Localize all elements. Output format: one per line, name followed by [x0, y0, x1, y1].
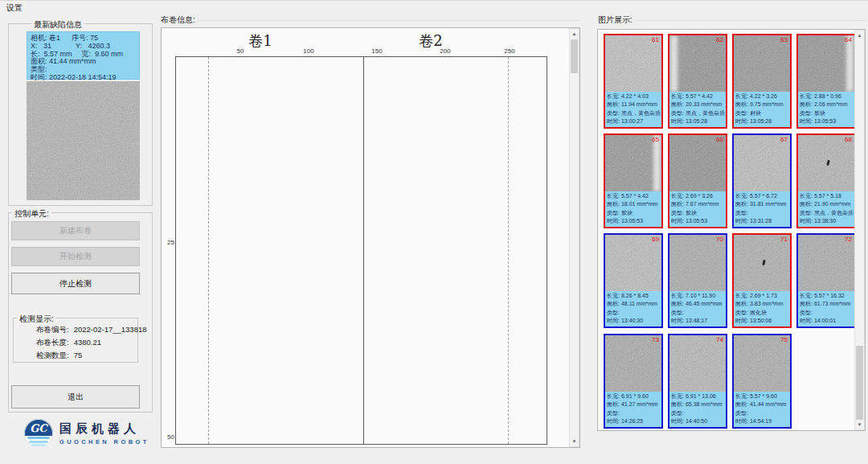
defect-card[interactable]: 73 长宽: 6.91 * 9.60 面积: 41.27 mm*mm 类型: 时…	[604, 334, 663, 429]
area-label: 面积:	[671, 301, 684, 306]
defect-info: 长宽: 7.10 * 11.90 面积: 46.45 mm*mm 类型: 时间:…	[669, 291, 726, 326]
type-label: 类型:	[607, 110, 620, 116]
x-tick-150: 150	[371, 47, 382, 55]
x-tick-50: 50	[237, 47, 244, 55]
type-label: 类型:	[607, 210, 620, 216]
type-label: 类型:	[735, 110, 748, 116]
defect-card[interactable]: 68 长宽: 5.57 * 5.18 面积: 21.90 mm*mm 类型: 黑…	[796, 133, 856, 228]
size-value: 2.88 * 0.96	[814, 93, 841, 99]
defect-info: 长宽: 2.69 * 3.26 面积: 7.67 mm*mm 类型: 胶块 时间…	[669, 191, 726, 227]
defect-card[interactable]: 65 长宽: 5.57 * 4.42 面积: 18.01 mm*mm 类型: 胶…	[604, 133, 663, 228]
time-value: 2022-02-18 14:54:19	[49, 73, 117, 81]
defect-number: 64	[845, 36, 852, 43]
stop-detect-button[interactable]: 停止检测	[11, 273, 140, 294]
latest-defect-title: 最新缺陷信息	[31, 19, 84, 31]
detect-count-label: 检测数量:	[36, 351, 69, 361]
type-label: 类型:	[671, 310, 684, 315]
x-tick-200: 200	[440, 47, 450, 55]
type-label: 类型:	[671, 110, 684, 116]
size-value: 2.69 * 3.26	[686, 193, 713, 199]
defect-thumbnail: 71	[734, 235, 790, 291]
width-value: 9.60 mm	[95, 50, 123, 58]
defect-info: 长宽: 5.57 * 5.18 面积: 21.90 mm*mm 类型: 黑点，黄…	[798, 191, 854, 227]
area-value: 7.67 mm*mm	[686, 201, 719, 207]
defect-number: 73	[652, 336, 659, 343]
defect-card[interactable]: 70 长宽: 7.10 * 11.90 面积: 46.45 mm*mm 类型: …	[668, 233, 727, 328]
size-label: 长宽:	[607, 93, 620, 99]
scroll-up-icon[interactable]: ▲	[570, 29, 579, 39]
size-label: 长宽:	[800, 293, 813, 298]
scrollbar-thumb[interactable]	[856, 346, 863, 420]
scroll-up-icon[interactable]: ▲	[855, 31, 864, 40]
area-value: 41.44 mm*mm	[49, 57, 96, 65]
seq-label: 序号:	[72, 34, 88, 42]
area-label: 面积:	[607, 401, 620, 407]
time-value: 13:05:53	[814, 118, 836, 124]
type-value: 黑点，黄色杂质	[686, 110, 725, 116]
scroll-down-icon[interactable]: ▼	[570, 437, 579, 446]
defect-card[interactable]: 71 长宽: 2.69 * 1.73 面积: 3.83 mm*mm 类型: 固化…	[732, 233, 792, 328]
size-value: 6.91 * 9.60	[621, 393, 649, 399]
type-value: 籽块	[750, 110, 761, 116]
defect-card[interactable]: 61 长宽: 4.22 * 4.03 面积: 11.94 mm*mm 类型: 黑…	[604, 34, 663, 129]
area-value: 31.81 mm*mm	[750, 201, 787, 207]
time-label: 时间:	[607, 318, 620, 323]
time-value: 13:31:28	[750, 218, 772, 224]
new-roll-button[interactable]: 新建布卷	[11, 221, 140, 240]
defect-thumbnail: 68	[798, 135, 854, 191]
y-label: Y:	[76, 42, 82, 50]
area-value: 18.01 mm*mm	[621, 201, 658, 207]
area-label: 面积:	[671, 201, 684, 207]
time-value: 13:40:30	[621, 318, 643, 323]
exit-button[interactable]: 退出	[11, 385, 140, 409]
roll-length-value: 4380.21	[74, 338, 101, 347]
menu-settings[interactable]: 设置	[3, 2, 26, 14]
time-label: 时间:	[607, 218, 620, 224]
size-label: 长宽:	[735, 193, 748, 199]
type-label: 类型:	[735, 410, 748, 416]
time-value: 13:05:53	[686, 218, 707, 224]
area-label: 面积:	[607, 101, 620, 107]
area-label: 面积:	[800, 201, 813, 207]
time-value: 14:00:01	[814, 318, 836, 323]
defect-card[interactable]: 63 长宽: 4.22 * 3.26 面积: 9.75 mm*mm 类型: 籽块…	[732, 34, 792, 129]
defect-card[interactable]: 75 长宽: 5.57 * 9.60 面积: 41.44 mm*mm 类型: 时…	[732, 334, 792, 429]
defect-thumbnail: 73	[605, 335, 661, 392]
fabric-edge-streak	[670, 35, 678, 92]
scrollbar-thumb[interactable]	[571, 39, 578, 73]
time-value: 13:00:27	[621, 118, 643, 124]
defect-card[interactable]: 64 长宽: 2.88 * 0.96 面积: 2.06 mm*mm 类型: 胶块…	[796, 34, 856, 129]
defect-info: 长宽: 4.22 * 3.26 面积: 9.75 mm*mm 类型: 籽块 时间…	[734, 92, 790, 127]
defect-info: 长宽: 5.57 * 16.32 面积: 61.73 mm*mm 类型: 时间:…	[798, 291, 854, 326]
defect-number: 68	[845, 136, 852, 143]
gallery-scrollbar[interactable]: ▲ ▼	[854, 30, 865, 430]
defect-number: 66	[716, 136, 723, 143]
y-tick-25: 25	[163, 239, 174, 246]
defect-card[interactable]: 66 长宽: 2.69 * 3.26 面积: 7.67 mm*mm 类型: 胶块…	[668, 133, 727, 228]
time-label: 时间:	[800, 318, 813, 323]
time-label: 时间:	[607, 118, 620, 124]
defect-card[interactable]: 74 长宽: 6.91 * 13.06 面积: 65.38 mm*mm 类型: …	[668, 334, 727, 429]
type-label: 类型:	[671, 410, 684, 416]
type-label: 类型:	[607, 410, 620, 416]
company-logo: GC 国辰机器人 GUOCHEN ROBOT	[24, 419, 149, 448]
start-detect-button[interactable]: 开始检测	[11, 247, 140, 266]
defect-card[interactable]: 72 长宽: 5.57 * 16.32 面积: 61.73 mm*mm 类型: …	[796, 233, 856, 328]
x-tick-250: 250	[504, 47, 514, 55]
defect-number: 71	[780, 236, 788, 243]
x-value: 31	[43, 42, 51, 50]
defect-card[interactable]: 62 长宽: 5.57 * 4.42 面积: 20.33 mm*mm 类型: 黑…	[668, 34, 727, 129]
width-label: 宽:	[82, 50, 92, 58]
defect-card[interactable]: 69 长宽: 8.26 * 8.45 面积: 48.11 mm*mm 类型: 时…	[604, 233, 663, 328]
roll-map-scrollbar[interactable]: ▲ ▼	[569, 28, 579, 447]
area-label: 面积:	[671, 101, 684, 107]
time-label: 时间:	[800, 218, 813, 224]
time-value: 13:38:30	[814, 218, 836, 224]
size-label: 长宽:	[735, 293, 748, 298]
defect-card[interactable]: 67 长宽: 5.57 * 6.72 面积: 31.81 mm*mm 类型: 时…	[732, 133, 792, 228]
scroll-down-icon[interactable]: ▼	[855, 420, 864, 429]
size-value: 6.91 * 13.06	[686, 393, 716, 399]
type-value: 固化块	[750, 310, 767, 315]
size-value: 5.57 * 4.42	[621, 193, 649, 199]
size-label: 长宽:	[800, 93, 813, 99]
